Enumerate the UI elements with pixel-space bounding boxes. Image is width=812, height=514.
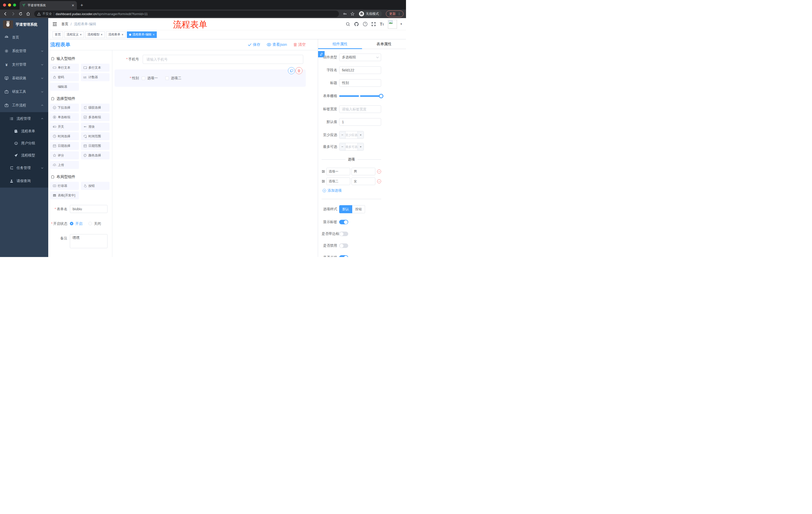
style-button-button[interactable]: 按钮 <box>352 205 365 213</box>
tag-process-model[interactable]: 流程模型× <box>85 31 105 38</box>
palette-item-date-range[interactable]: 日期范围 <box>81 142 110 150</box>
reload-icon[interactable] <box>18 11 24 17</box>
gender-option-2[interactable]: 选项二 <box>165 76 181 80</box>
browser-tab[interactable]: 芋道管理系统 ✕ <box>20 1 77 9</box>
tag-process-definition[interactable]: 流程定义× <box>64 31 84 38</box>
palette-item-slider[interactable]: 滑块 <box>81 123 110 131</box>
avatar-caret-icon[interactable]: ▼ <box>400 23 403 25</box>
required-toggle[interactable] <box>339 255 348 257</box>
close-icon[interactable]: × <box>153 33 154 36</box>
disabled-toggle[interactable] <box>339 243 348 248</box>
decrement-button[interactable]: − <box>340 143 345 151</box>
palette-item-rate[interactable]: 评分 <box>50 152 79 159</box>
tab-form-props[interactable]: 表单属性 <box>362 39 406 49</box>
breadcrumb-home[interactable]: 首页 <box>61 22 68 26</box>
avatar[interactable] <box>388 20 397 29</box>
sidebar-item-user-group[interactable]: 用户分组 <box>0 137 48 150</box>
form-canvas[interactable]: *手机号 *性别 <box>112 50 318 257</box>
palette-item-single-text[interactable]: 单行文本 <box>50 64 79 72</box>
checkbox[interactable] <box>142 77 145 80</box>
sidebar-item-leave-query[interactable]: 请假查询 <box>0 174 48 188</box>
close-window-button[interactable] <box>3 3 6 6</box>
address-bar[interactable]: 不安全 dashboard.yudao.iocoder.cn/bpm/manag… <box>34 10 339 17</box>
palette-item-row-container[interactable]: 行容器 <box>50 182 79 190</box>
slider-handle[interactable] <box>379 94 383 98</box>
update-button[interactable]: 更新 ⋮ <box>386 10 404 17</box>
remove-option-button[interactable]: − <box>377 169 381 173</box>
title-input[interactable] <box>339 79 381 87</box>
style-default-button[interactable]: 默认 <box>339 205 352 213</box>
max-select-input[interactable] <box>345 143 357 151</box>
option-value-input[interactable] <box>351 168 375 175</box>
view-json-button[interactable]: 查看json <box>267 42 287 47</box>
canvas-field-phone[interactable]: *手机号 <box>115 55 306 64</box>
increment-button[interactable]: + <box>357 131 364 139</box>
option-label-input[interactable] <box>326 168 350 175</box>
phone-field-input[interactable] <box>143 55 303 64</box>
new-tab-button[interactable]: + <box>77 2 87 9</box>
form-grid-slider[interactable] <box>339 94 381 98</box>
sidebar-item-infra[interactable]: 基础设施 <box>0 72 48 85</box>
border-toggle[interactable] <box>339 232 348 236</box>
show-label-toggle[interactable] <box>339 220 348 224</box>
window-controls[interactable] <box>0 3 20 9</box>
status-on-radio[interactable] <box>70 222 74 225</box>
drag-handle-icon[interactable] <box>322 180 325 183</box>
status-off-label[interactable]: 关闭 <box>94 219 101 227</box>
sidebar-item-payment[interactable]: ¥ 支付管理 <box>0 58 48 72</box>
sidebar-item-workflow[interactable]: 工作流程 <box>0 99 48 112</box>
search-icon[interactable] <box>345 21 351 27</box>
palette-item-textarea[interactable]: 多行文本 <box>81 64 110 72</box>
field-name-input[interactable] <box>339 66 381 74</box>
option-label-input[interactable] <box>326 178 350 185</box>
form-remark-textarea[interactable]: 嘿嘿 <box>70 234 108 248</box>
duplicate-component-button[interactable] <box>288 67 295 74</box>
hamburger-icon[interactable] <box>52 22 57 26</box>
sidebar-item-process-mgmt[interactable]: 流程管理 <box>0 112 48 125</box>
delete-component-button[interactable] <box>295 67 302 74</box>
tab-component-props[interactable]: 组件属性 <box>318 39 362 49</box>
back-icon[interactable] <box>2 11 8 17</box>
checkbox[interactable] <box>165 77 169 80</box>
sidebar-item-system[interactable]: 系统管理 <box>0 44 48 58</box>
add-option-button[interactable]: + 添加选项 <box>323 188 381 193</box>
palette-item-time-range[interactable]: 时间范围 <box>81 132 110 140</box>
tag-process-form[interactable]: 流程表单× <box>106 31 126 38</box>
zoom-window-button[interactable] <box>13 3 16 6</box>
minimize-window-button[interactable] <box>8 3 11 6</box>
save-button[interactable]: 保存 <box>248 42 260 47</box>
palette-item-counter[interactable]: 123 计数器 <box>81 73 110 81</box>
palette-item-table[interactable]: 表格[开发中] <box>50 191 79 199</box>
palette-item-color-picker[interactable]: 颜色选择 <box>81 152 110 159</box>
palette-item-checkbox-group[interactable]: 多选框组 <box>81 113 110 121</box>
font-size-icon[interactable]: TT <box>379 21 385 27</box>
sidebar-item-devtools[interactable]: 研发工具 <box>0 85 48 99</box>
label-width-input[interactable] <box>339 105 381 113</box>
component-type-select[interactable]: 多选框组 <box>339 54 381 61</box>
tag-process-form-edit[interactable]: 流程表单-编辑× <box>127 31 157 38</box>
palette-item-upload[interactable]: 上传 <box>50 161 79 169</box>
forward-icon[interactable] <box>10 11 16 17</box>
close-icon[interactable]: × <box>122 33 123 36</box>
sidebar-item-process-model[interactable]: 流程模型 <box>0 150 48 161</box>
clear-button[interactable]: 清空 <box>293 42 306 47</box>
sidebar-item-task-mgmt[interactable]: 任务管理 <box>0 161 48 174</box>
palette-item-time-picker[interactable]: 时间选择 <box>50 132 79 140</box>
sidebar-item-home[interactable]: 首页 <box>0 31 48 44</box>
status-on-label[interactable]: 开启 <box>76 219 82 227</box>
close-icon[interactable]: × <box>101 33 103 36</box>
home-icon[interactable] <box>25 11 31 17</box>
drag-handle-icon[interactable] <box>322 170 325 173</box>
palette-item-date-picker[interactable]: 日期选择 <box>50 142 79 150</box>
palette-item-password[interactable]: 密码 <box>50 73 79 81</box>
form-name-input[interactable] <box>70 205 108 213</box>
tab-close-icon[interactable]: ✕ <box>71 3 75 7</box>
increment-button[interactable]: + <box>357 143 364 151</box>
status-off-radio[interactable] <box>88 222 92 225</box>
password-key-icon[interactable] <box>342 11 348 17</box>
close-icon[interactable]: × <box>80 33 82 36</box>
github-icon[interactable] <box>354 21 359 27</box>
link-icon[interactable] <box>318 51 325 57</box>
gender-option-1[interactable]: 选项一 <box>142 76 158 80</box>
sidebar-item-process-form[interactable]: 流程表单 <box>0 125 48 137</box>
